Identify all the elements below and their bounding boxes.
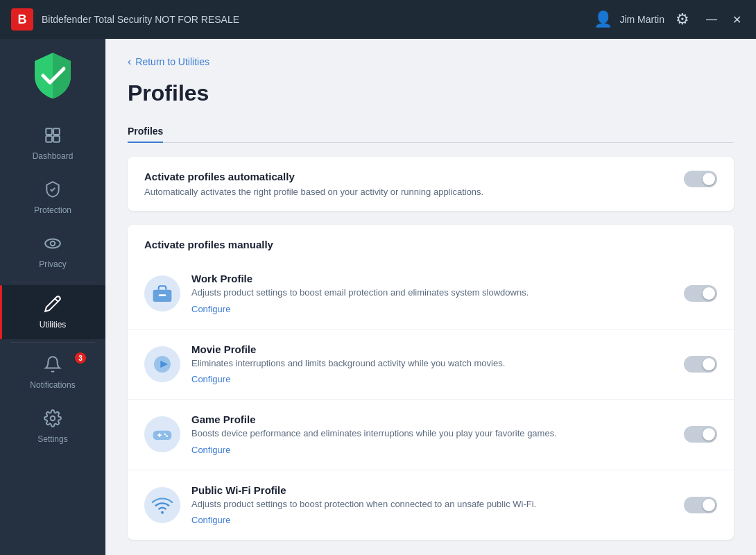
breadcrumb-label[interactable]: Return to Utilities bbox=[135, 56, 209, 67]
movie-profile-title: Movie Profile bbox=[191, 343, 673, 355]
wifi-profile-configure[interactable]: Configure bbox=[191, 515, 230, 525]
svg-rect-12 bbox=[153, 431, 172, 440]
work-profile-desc: Adjusts product settings to boost email … bbox=[191, 286, 673, 300]
profile-row-wifi: Public Wi-Fi Profile Adjusts product set… bbox=[128, 470, 734, 540]
svg-rect-1 bbox=[53, 128, 60, 135]
sidebar-item-privacy[interactable]: Privacy bbox=[0, 225, 105, 279]
app-logo: B bbox=[11, 8, 33, 31]
notifications-icon bbox=[44, 355, 62, 377]
breadcrumb-arrow-icon: ‹ bbox=[128, 56, 131, 68]
movie-profile-content: Movie Profile Eliminates interruptions a… bbox=[191, 343, 673, 386]
dashboard-label: Dashboard bbox=[33, 151, 74, 161]
auto-activate-toggle[interactable] bbox=[684, 171, 717, 187]
game-profile-toggle[interactable] bbox=[684, 426, 717, 443]
sidebar-item-protection[interactable]: Protection bbox=[0, 171, 105, 225]
sidebar: Dashboard Protection Privacy bbox=[0, 39, 105, 555]
sidebar-shield-logo bbox=[28, 50, 78, 100]
svg-line-6 bbox=[55, 298, 58, 301]
wifi-profile-icon-wrap bbox=[144, 487, 180, 523]
wifi-profile-toggle[interactable] bbox=[684, 497, 717, 513]
auto-activate-desc: Automatically activates the right profil… bbox=[144, 187, 483, 197]
username: Jim Martin bbox=[619, 14, 664, 25]
notification-badge: 3 bbox=[75, 352, 86, 364]
sidebar-item-utilities[interactable]: Utilities bbox=[0, 285, 105, 339]
minimize-button[interactable]: — bbox=[703, 11, 720, 28]
svg-point-7 bbox=[51, 416, 55, 421]
user-area: 👤 Jim Martin bbox=[594, 10, 664, 28]
privacy-label: Privacy bbox=[39, 259, 66, 269]
dashboard-icon bbox=[44, 126, 62, 148]
tab-profiles[interactable]: Profiles bbox=[128, 120, 163, 142]
sidebar-item-settings[interactable]: Settings bbox=[0, 400, 105, 454]
settings-icon[interactable]: ⚙ bbox=[676, 10, 689, 28]
svg-point-4 bbox=[45, 239, 60, 248]
toggle-thumb bbox=[703, 499, 715, 511]
protection-label: Protection bbox=[34, 205, 71, 215]
auto-activate-content: Activate profiles automatically Automati… bbox=[144, 171, 483, 197]
sidebar-divider-1 bbox=[10, 282, 95, 282]
wifi-profile-desc: Adjusts product settings to boost protec… bbox=[191, 497, 673, 511]
game-profile-content: Game Profile Boosts device performance a… bbox=[191, 413, 673, 456]
profile-row-game: Game Profile Boosts device performance a… bbox=[128, 400, 734, 470]
tab-bar: Profiles bbox=[128, 120, 734, 143]
svg-rect-9 bbox=[159, 295, 166, 297]
toggle-thumb bbox=[703, 173, 715, 185]
sidebar-divider-2 bbox=[10, 342, 95, 343]
wifi-profile-content: Public Wi-Fi Profile Adjusts product set… bbox=[191, 484, 673, 527]
svg-point-15 bbox=[164, 434, 166, 436]
auto-activate-title: Activate profiles automatically bbox=[144, 171, 483, 182]
work-profile-content: Work Profile Adjusts product settings to… bbox=[191, 273, 673, 315]
movie-profile-icon-wrap bbox=[144, 346, 180, 382]
work-profile-title: Work Profile bbox=[191, 273, 673, 284]
breadcrumb[interactable]: ‹ Return to Utilities bbox=[128, 56, 734, 68]
movie-profile-toggle[interactable] bbox=[684, 356, 717, 373]
svg-point-16 bbox=[166, 436, 168, 438]
auto-activate-section: Activate profiles automatically Automati… bbox=[128, 157, 734, 211]
utilities-label: Utilities bbox=[40, 320, 67, 330]
notifications-label: Notifications bbox=[30, 380, 75, 390]
titlebar: B Bitdefender Total Security NOT FOR RES… bbox=[0, 0, 756, 39]
wifi-profile-title: Public Wi-Fi Profile bbox=[191, 484, 673, 496]
main-content: ‹ Return to Utilities Profiles Profiles … bbox=[105, 39, 756, 555]
movie-profile-desc: Eliminates interruptions and limits back… bbox=[191, 357, 673, 370]
user-icon: 👤 bbox=[594, 10, 612, 28]
toggle-thumb bbox=[703, 358, 715, 370]
svg-point-5 bbox=[51, 241, 55, 246]
game-profile-configure[interactable]: Configure bbox=[191, 445, 230, 455]
profile-row-movie: Movie Profile Eliminates interruptions a… bbox=[128, 330, 734, 400]
work-profile-configure[interactable]: Configure bbox=[191, 304, 230, 314]
sidebar-item-dashboard[interactable]: Dashboard bbox=[0, 117, 105, 171]
window-controls: — ✕ bbox=[703, 11, 745, 28]
manual-heading: Activate profiles manually bbox=[128, 225, 734, 259]
settings-label: Settings bbox=[37, 434, 67, 444]
privacy-icon bbox=[44, 234, 62, 257]
profiles-container: Activate profiles manually Work Profile … bbox=[128, 225, 734, 540]
settings-sidebar-icon bbox=[44, 409, 62, 432]
utilities-icon bbox=[44, 295, 62, 317]
app-body: Dashboard Protection Privacy bbox=[0, 39, 756, 555]
close-button[interactable]: ✕ bbox=[728, 11, 745, 28]
svg-point-17 bbox=[161, 511, 164, 513]
profile-row-work: Work Profile Adjusts product settings to… bbox=[128, 259, 734, 330]
game-profile-title: Game Profile bbox=[191, 413, 673, 425]
game-profile-icon-wrap bbox=[144, 416, 180, 452]
work-profile-toggle[interactable] bbox=[684, 285, 717, 302]
movie-profile-configure[interactable]: Configure bbox=[191, 374, 230, 384]
work-profile-icon-wrap bbox=[144, 275, 180, 311]
protection-icon bbox=[44, 180, 62, 203]
app-title: Bitdefender Total Security NOT FOR RESAL… bbox=[42, 14, 594, 25]
svg-rect-3 bbox=[53, 136, 60, 142]
game-profile-desc: Boosts device performance and eliminates… bbox=[191, 427, 673, 441]
sidebar-item-notifications[interactable]: 3 Notifications bbox=[0, 345, 105, 400]
svg-rect-0 bbox=[46, 128, 52, 135]
svg-rect-2 bbox=[46, 136, 52, 142]
page-title: Profiles bbox=[128, 80, 734, 106]
